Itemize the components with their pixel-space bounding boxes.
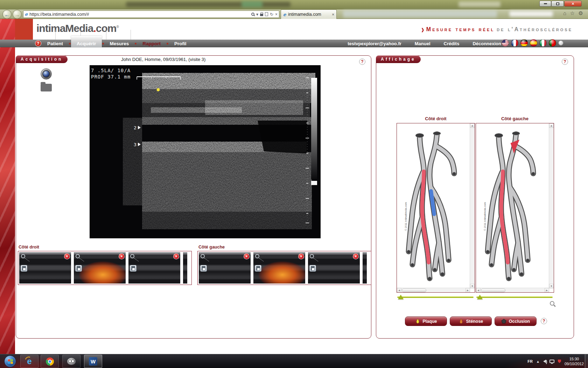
plaque-icon: [415, 319, 420, 324]
diagram-right-zoom-slider[interactable]: [397, 295, 474, 300]
menu-item-rapport[interactable]: Rapport: [141, 41, 162, 46]
scroll-up-icon[interactable]: ▲: [549, 123, 554, 128]
compatibility-view-icon[interactable]: [265, 12, 268, 16]
thumbnail[interactable]: ×: [308, 252, 360, 284]
browser-back-button[interactable]: ←: [2, 10, 12, 19]
thumbnail-doppler[interactable]: ×: [253, 252, 305, 284]
taskbar-clock[interactable]: 15:30 09/10/2012: [565, 356, 584, 366]
scrollbar-thumb[interactable]: [481, 288, 505, 292]
thumbnail[interactable]: ×: [199, 252, 251, 284]
ultrasound-viewport[interactable]: 7 .5LA/ 10/A PROF 37.1 mm 2 3: [90, 65, 321, 240]
diagram-left-zoom-slider[interactable]: [476, 295, 553, 300]
search-dropdown-icon[interactable]: ▾: [256, 12, 258, 16]
us-measure-point[interactable]: [157, 88, 160, 91]
slider-track[interactable]: [397, 297, 474, 298]
thumb-delete-icon[interactable]: ×: [173, 253, 179, 259]
refresh-icon[interactable]: ↻: [270, 12, 273, 16]
thumb-save-icon[interactable]: [130, 265, 136, 272]
url-text[interactable]: https://beta.intimamedia.com/#: [29, 12, 250, 17]
menu-item-profil[interactable]: Profil: [173, 41, 188, 46]
scrollbar-thumb[interactable]: [402, 288, 426, 292]
thumb-save-icon[interactable]: [200, 265, 207, 272]
language-indicator[interactable]: FR: [527, 359, 533, 363]
menu-item-manuel[interactable]: Manuel: [415, 41, 430, 46]
menu-item-acquerir[interactable]: Acquérir: [75, 41, 98, 46]
thumb-delete-icon[interactable]: ×: [119, 253, 125, 259]
scroll-left-icon[interactable]: ◄: [397, 288, 401, 293]
menu-item-credits[interactable]: Crédits: [444, 41, 460, 46]
site-tagline: › Mesure temps réel de l'Athérosclérose: [421, 25, 573, 34]
scroll-right-icon[interactable]: ►: [465, 288, 470, 293]
window-minimize-button[interactable]: [539, 1, 551, 7]
artery-diagram-right-box[interactable]: © 2011 IntimaMedia.com ▲ ▼ ◄ ►: [397, 123, 475, 293]
artery-diagram-left-box[interactable]: © 2011 IntimaMedia.com ▲ ▼ ◄ ►: [476, 123, 554, 293]
thumb-save-icon[interactable]: [21, 265, 27, 272]
flag-de-icon[interactable]: [520, 39, 528, 47]
slider-track[interactable]: [476, 297, 553, 298]
thumbnail-doppler[interactable]: ×: [74, 252, 126, 284]
stop-icon[interactable]: ×: [275, 12, 278, 16]
settings-gear-icon[interactable]: ⚙: [579, 10, 583, 16]
horizontal-scrollbar[interactable]: ◄ ►: [397, 288, 470, 292]
horizontal-scrollbar[interactable]: ◄ ►: [476, 288, 549, 292]
taskbar-chrome-button[interactable]: [41, 355, 59, 368]
start-button[interactable]: [4, 355, 16, 367]
scroll-down-icon[interactable]: ▼: [470, 284, 475, 288]
nav-help-icon[interactable]: ?: [35, 40, 41, 47]
legend-button-plaque[interactable]: Plaque: [405, 316, 447, 326]
thumb-delete-icon[interactable]: ×: [353, 253, 359, 259]
thumbnail[interactable]: ×: [19, 252, 71, 284]
scroll-right-icon[interactable]: ►: [545, 288, 549, 293]
network-icon[interactable]: [550, 360, 554, 363]
flag-pt-icon[interactable]: [549, 39, 556, 47]
taskbar-ie-button[interactable]: e: [20, 355, 38, 368]
scroll-left-icon[interactable]: ◄: [476, 288, 481, 293]
window-restore-button[interactable]: [551, 1, 564, 7]
legend-help-icon[interactable]: ?: [541, 318, 547, 324]
search-icon[interactable]: [251, 13, 254, 16]
home-icon[interactable]: ⌂: [563, 10, 566, 16]
scroll-down-icon[interactable]: ▼: [549, 284, 554, 288]
flag-es-icon[interactable]: [530, 39, 537, 47]
thumb-delete-icon[interactable]: ×: [64, 253, 70, 259]
window-close-button[interactable]: ×: [564, 1, 582, 7]
tab-close-icon[interactable]: ×: [332, 12, 334, 16]
taskbar-word-button[interactable]: W: [84, 355, 102, 368]
show-desktop-button[interactable]: [585, 354, 588, 368]
thumb-save-icon[interactable]: [75, 265, 82, 272]
legend-button-stenose[interactable]: Sténose: [450, 316, 492, 326]
thumbnail-partial[interactable]: [363, 252, 367, 284]
flag-it-icon[interactable]: [539, 39, 547, 47]
flag-inactive-icon[interactable]: [558, 40, 564, 46]
slider-handle-icon[interactable]: [477, 295, 483, 299]
scroll-up-icon[interactable]: ▲: [470, 123, 475, 128]
browser-forward-button[interactable]: →: [13, 10, 22, 19]
menu-item-mesures[interactable]: Mesures: [108, 41, 131, 46]
tray-expand-icon[interactable]: ▲: [536, 360, 540, 363]
browser-tab[interactable]: e intimamedia.com ×: [281, 9, 337, 19]
thumbnail-partial[interactable]: [183, 252, 187, 284]
thumb-delete-icon[interactable]: ×: [298, 253, 304, 259]
vertical-scrollbar[interactable]: ▲ ▼: [549, 123, 554, 288]
thumbnail[interactable]: ×: [128, 252, 180, 284]
taskbar-gimp-button[interactable]: [62, 355, 80, 368]
acquisition-help-icon[interactable]: ?: [359, 59, 365, 65]
action-center-icon[interactable]: [558, 360, 561, 363]
thumb-delete-icon[interactable]: ×: [244, 253, 250, 259]
legend-button-occlusion[interactable]: Occlusion: [495, 316, 537, 326]
flag-fr-icon[interactable]: [511, 39, 518, 47]
address-bar[interactable]: e https://beta.intimamedia.com/# ▾ ↻ ×: [23, 11, 279, 18]
flag-us-icon[interactable]: [502, 39, 509, 47]
menu-item-deconnexion[interactable]: Déconnexion: [472, 41, 501, 46]
menu-item-patient[interactable]: Patient: [46, 41, 64, 46]
thumb-save-icon[interactable]: [255, 265, 261, 272]
folder-icon[interactable]: [41, 84, 52, 91]
camera-icon[interactable]: [41, 68, 52, 80]
affichage-help-icon[interactable]: ?: [562, 59, 568, 65]
vertical-scrollbar[interactable]: ▲ ▼: [470, 123, 475, 288]
favorites-star-icon[interactable]: ☆: [570, 10, 575, 16]
slider-handle-icon[interactable]: [398, 295, 404, 299]
thumb-save-icon[interactable]: [309, 265, 316, 272]
zoom-magnifier-icon[interactable]: [550, 301, 554, 306]
volume-icon[interactable]: [543, 360, 546, 363]
